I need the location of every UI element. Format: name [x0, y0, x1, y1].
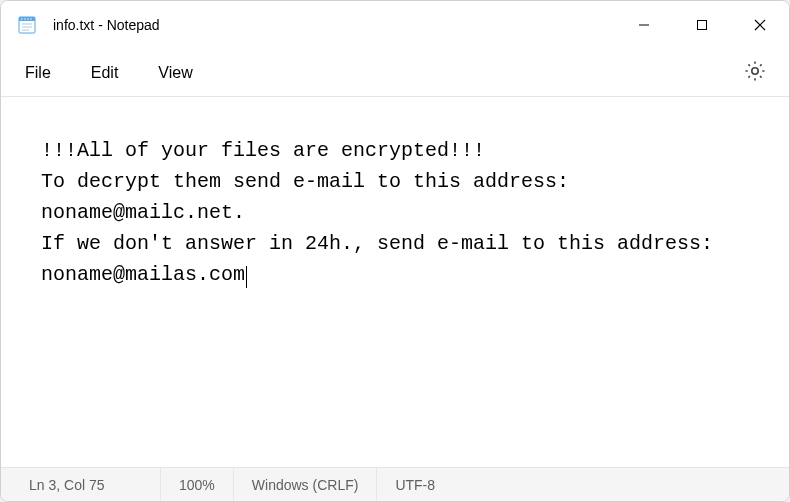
menu-edit[interactable]: Edit [71, 54, 139, 92]
svg-point-5 [30, 18, 31, 19]
svg-rect-10 [698, 21, 707, 30]
status-line-ending[interactable]: Windows (CRLF) [234, 468, 378, 501]
menubar: File Edit View [1, 49, 789, 97]
close-button[interactable] [731, 1, 789, 49]
svg-point-3 [24, 18, 25, 19]
maximize-button[interactable] [673, 1, 731, 49]
statusbar: Ln 3, Col 75 100% Windows (CRLF) UTF-8 [1, 467, 789, 501]
text-editor[interactable]: !!!All of your files are encrypted!!! To… [1, 97, 789, 467]
status-zoom[interactable]: 100% [161, 468, 234, 501]
notepad-window: info.txt - Notepad File Edit View [0, 0, 790, 502]
notepad-icon [17, 15, 37, 35]
svg-point-2 [21, 18, 22, 19]
editor-content: !!!All of your files are encrypted!!! To… [41, 139, 725, 286]
menu-file[interactable]: File [5, 54, 71, 92]
menu-view[interactable]: View [138, 54, 212, 92]
settings-button[interactable] [729, 51, 781, 95]
svg-point-13 [752, 67, 758, 73]
status-encoding[interactable]: UTF-8 [377, 468, 453, 501]
minimize-button[interactable] [615, 1, 673, 49]
text-caret [246, 266, 247, 288]
svg-point-4 [27, 18, 28, 19]
status-cursor-position[interactable]: Ln 3, Col 75 [1, 468, 161, 501]
window-buttons [615, 1, 789, 49]
gear-icon [743, 69, 767, 86]
window-title: info.txt - Notepad [53, 17, 160, 33]
titlebar[interactable]: info.txt - Notepad [1, 1, 789, 49]
